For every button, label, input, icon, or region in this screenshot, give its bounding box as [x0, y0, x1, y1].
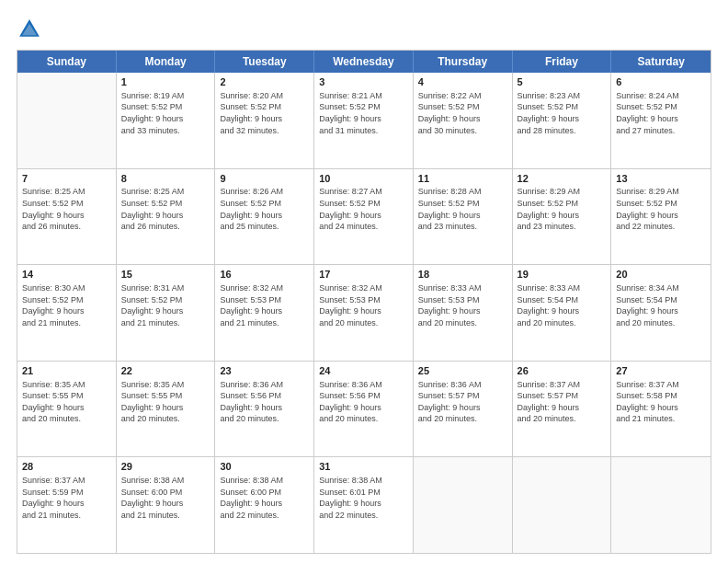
weekday-header-tuesday: Tuesday [215, 51, 314, 73]
weekday-header-saturday: Saturday [611, 51, 711, 73]
page: SundayMondayTuesdayWednesdayThursdayFrid… [0, 0, 728, 563]
cell-day-number: 17 [319, 268, 408, 282]
calendar-cell: 19Sunrise: 8:33 AMSunset: 5:54 PMDayligh… [513, 265, 612, 361]
cell-day-number: 1 [121, 75, 210, 89]
cell-info: Sunrise: 8:33 AMSunset: 5:54 PMDaylight:… [518, 282, 607, 328]
calendar-row-2: 14Sunrise: 8:30 AMSunset: 5:52 PMDayligh… [17, 264, 711, 361]
cell-info: Sunrise: 8:35 AMSunset: 5:55 PMDaylight:… [22, 379, 111, 425]
cell-day-number: 13 [616, 172, 706, 186]
calendar-cell: 1Sunrise: 8:19 AMSunset: 5:52 PMDaylight… [117, 73, 216, 168]
calendar-cell: 2Sunrise: 8:20 AMSunset: 5:52 PMDaylight… [215, 73, 314, 168]
calendar-cell: 4Sunrise: 8:22 AMSunset: 5:52 PMDaylight… [414, 73, 513, 168]
calendar-cell: 3Sunrise: 8:21 AMSunset: 5:52 PMDaylight… [314, 73, 414, 168]
cell-info: Sunrise: 8:23 AMSunset: 5:52 PMDaylight:… [518, 90, 607, 136]
calendar-cell [414, 457, 513, 553]
cell-day-number: 12 [518, 172, 607, 186]
cell-day-number: 10 [319, 172, 408, 186]
cell-info: Sunrise: 8:21 AMSunset: 5:52 PMDaylight:… [319, 90, 408, 136]
cell-info: Sunrise: 8:37 AMSunset: 5:59 PMDaylight:… [22, 475, 111, 521]
cell-day-number: 7 [22, 172, 111, 186]
cell-day-number: 22 [121, 364, 210, 378]
cell-day-number: 11 [418, 172, 507, 186]
cell-day-number: 23 [220, 364, 309, 378]
calendar-row-4: 28Sunrise: 8:37 AMSunset: 5:59 PMDayligh… [17, 456, 711, 553]
calendar-cell: 24Sunrise: 8:36 AMSunset: 5:56 PMDayligh… [314, 362, 414, 457]
cell-day-number: 31 [319, 460, 408, 474]
calendar-row-0: 1Sunrise: 8:19 AMSunset: 5:52 PMDaylight… [17, 73, 711, 168]
cell-day-number: 29 [121, 460, 210, 474]
calendar-cell: 11Sunrise: 8:28 AMSunset: 5:52 PMDayligh… [414, 169, 513, 265]
cell-info: Sunrise: 8:31 AMSunset: 5:52 PMDaylight:… [121, 282, 210, 328]
calendar-cell: 29Sunrise: 8:38 AMSunset: 6:00 PMDayligh… [117, 457, 216, 553]
calendar-cell: 12Sunrise: 8:29 AMSunset: 5:52 PMDayligh… [513, 169, 612, 265]
cell-info: Sunrise: 8:34 AMSunset: 5:54 PMDaylight:… [616, 282, 706, 328]
cell-day-number: 5 [518, 75, 607, 89]
calendar-cell: 14Sunrise: 8:30 AMSunset: 5:52 PMDayligh… [17, 265, 117, 361]
cell-info: Sunrise: 8:35 AMSunset: 5:55 PMDaylight:… [121, 379, 210, 425]
calendar-cell: 7Sunrise: 8:25 AMSunset: 5:52 PMDaylight… [17, 169, 117, 265]
cell-day-number: 2 [220, 75, 309, 89]
cell-day-number: 26 [518, 364, 607, 378]
cell-info: Sunrise: 8:32 AMSunset: 5:53 PMDaylight:… [319, 282, 408, 328]
cell-day-number: 25 [418, 364, 507, 378]
cell-info: Sunrise: 8:27 AMSunset: 5:52 PMDaylight:… [319, 186, 408, 232]
weekday-header-sunday: Sunday [17, 51, 117, 73]
weekday-header-thursday: Thursday [414, 51, 513, 73]
cell-day-number: 30 [220, 460, 309, 474]
calendar-row-1: 7Sunrise: 8:25 AMSunset: 5:52 PMDaylight… [17, 168, 711, 265]
cell-info: Sunrise: 8:36 AMSunset: 5:56 PMDaylight:… [220, 379, 309, 425]
calendar-cell: 16Sunrise: 8:32 AMSunset: 5:53 PMDayligh… [215, 265, 314, 361]
cell-day-number: 9 [220, 172, 309, 186]
cell-info: Sunrise: 8:29 AMSunset: 5:52 PMDaylight:… [616, 186, 706, 232]
cell-day-number: 6 [616, 75, 706, 89]
calendar-cell: 28Sunrise: 8:37 AMSunset: 5:59 PMDayligh… [17, 457, 117, 553]
cell-info: Sunrise: 8:38 AMSunset: 6:00 PMDaylight:… [121, 475, 210, 521]
cell-info: Sunrise: 8:33 AMSunset: 5:53 PMDaylight:… [418, 282, 507, 328]
logo [17, 17, 46, 42]
cell-day-number: 27 [616, 364, 706, 378]
weekday-header-friday: Friday [513, 51, 612, 73]
calendar-cell: 21Sunrise: 8:35 AMSunset: 5:55 PMDayligh… [17, 362, 117, 457]
calendar-cell: 18Sunrise: 8:33 AMSunset: 5:53 PMDayligh… [414, 265, 513, 361]
calendar-cell: 6Sunrise: 8:24 AMSunset: 5:52 PMDaylight… [611, 73, 711, 168]
cell-info: Sunrise: 8:30 AMSunset: 5:52 PMDaylight:… [22, 282, 111, 328]
cell-day-number: 24 [319, 364, 408, 378]
cell-info: Sunrise: 8:38 AMSunset: 6:00 PMDaylight:… [220, 475, 309, 521]
calendar-cell: 17Sunrise: 8:32 AMSunset: 5:53 PMDayligh… [314, 265, 414, 361]
calendar-cell: 22Sunrise: 8:35 AMSunset: 5:55 PMDayligh… [117, 362, 216, 457]
cell-info: Sunrise: 8:20 AMSunset: 5:52 PMDaylight:… [220, 90, 309, 136]
cell-info: Sunrise: 8:22 AMSunset: 5:52 PMDaylight:… [418, 90, 507, 136]
cell-day-number: 19 [518, 268, 607, 282]
calendar-cell [513, 457, 612, 553]
calendar-row-3: 21Sunrise: 8:35 AMSunset: 5:55 PMDayligh… [17, 361, 711, 457]
logo-icon [17, 17, 42, 42]
calendar-body: 1Sunrise: 8:19 AMSunset: 5:52 PMDaylight… [17, 73, 711, 553]
cell-day-number: 8 [121, 172, 210, 186]
cell-day-number: 21 [22, 364, 111, 378]
calendar-header: SundayMondayTuesdayWednesdayThursdayFrid… [17, 51, 711, 73]
calendar-cell: 26Sunrise: 8:37 AMSunset: 5:57 PMDayligh… [513, 362, 612, 457]
calendar-cell: 23Sunrise: 8:36 AMSunset: 5:56 PMDayligh… [215, 362, 314, 457]
calendar-cell: 13Sunrise: 8:29 AMSunset: 5:52 PMDayligh… [611, 169, 711, 265]
cell-info: Sunrise: 8:38 AMSunset: 6:01 PMDaylight:… [319, 475, 408, 521]
weekday-header-monday: Monday [117, 51, 216, 73]
calendar-cell: 31Sunrise: 8:38 AMSunset: 6:01 PMDayligh… [314, 457, 414, 553]
cell-info: Sunrise: 8:28 AMSunset: 5:52 PMDaylight:… [418, 186, 507, 232]
calendar-cell: 5Sunrise: 8:23 AMSunset: 5:52 PMDaylight… [513, 73, 612, 168]
calendar-cell: 30Sunrise: 8:38 AMSunset: 6:00 PMDayligh… [215, 457, 314, 553]
cell-day-number: 16 [220, 268, 309, 282]
header [17, 17, 711, 42]
cell-day-number: 15 [121, 268, 210, 282]
calendar-cell: 25Sunrise: 8:36 AMSunset: 5:57 PMDayligh… [414, 362, 513, 457]
cell-day-number: 28 [22, 460, 111, 474]
calendar: SundayMondayTuesdayWednesdayThursdayFrid… [17, 50, 711, 554]
cell-info: Sunrise: 8:24 AMSunset: 5:52 PMDaylight:… [616, 90, 706, 136]
cell-info: Sunrise: 8:32 AMSunset: 5:53 PMDaylight:… [220, 282, 309, 328]
cell-day-number: 4 [418, 75, 507, 89]
cell-info: Sunrise: 8:37 AMSunset: 5:58 PMDaylight:… [616, 379, 706, 425]
cell-day-number: 18 [418, 268, 507, 282]
calendar-cell: 20Sunrise: 8:34 AMSunset: 5:54 PMDayligh… [611, 265, 711, 361]
cell-info: Sunrise: 8:25 AMSunset: 5:52 PMDaylight:… [22, 186, 111, 232]
calendar-cell [17, 73, 117, 168]
calendar-cell: 9Sunrise: 8:26 AMSunset: 5:52 PMDaylight… [215, 169, 314, 265]
